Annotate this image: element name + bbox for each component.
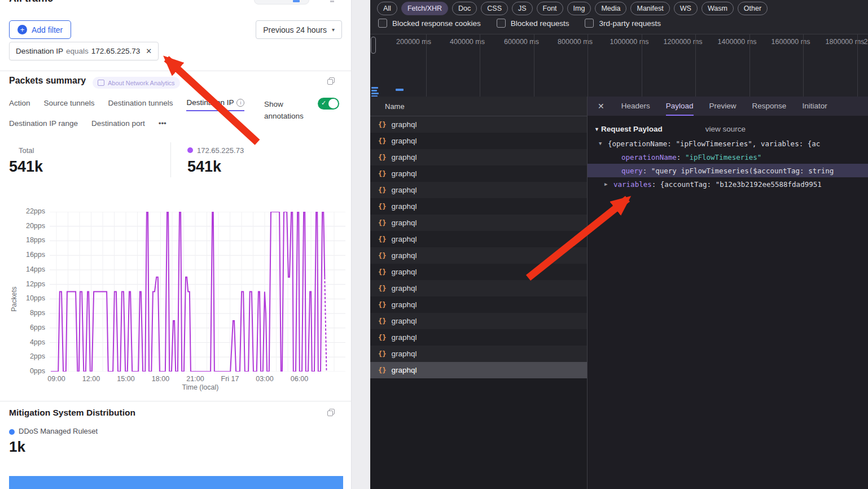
timeline-tick-label: 1800000 ms bbox=[826, 38, 865, 46]
payload-tree-row[interactable]: ▶variables: {accountTag: "b12e3b2192ee55… bbox=[588, 177, 868, 191]
timeline-gridline bbox=[588, 34, 588, 97]
request-row[interactable]: {} graphql bbox=[370, 182, 587, 198]
show-annotations-label: Show annotations bbox=[264, 99, 313, 123]
json-icon: {} bbox=[378, 235, 386, 243]
timeline-gridline bbox=[695, 34, 696, 97]
y-tick-label: 4pps bbox=[11, 338, 45, 346]
legend-dot bbox=[187, 147, 193, 153]
request-row[interactable]: {} graphql bbox=[370, 231, 587, 247]
request-name: graphql bbox=[391, 284, 417, 292]
network-filter-bar: All Fetch/XHR Doc CSS JS Font Img Media … bbox=[370, 0, 868, 34]
checkbox-label: 3rd-party requests bbox=[599, 19, 661, 28]
request-row[interactable]: {} graphql bbox=[370, 198, 587, 215]
summary-tab[interactable]: Destination IP i bbox=[186, 98, 244, 111]
copy-card-icon[interactable] bbox=[327, 409, 335, 416]
detail-tab[interactable]: Response bbox=[752, 97, 787, 116]
summary-tab[interactable]: ••• i bbox=[159, 119, 166, 131]
checkbox-label: Blocked response cookies bbox=[392, 19, 481, 28]
request-detail-panel: ✕ Headers Payload Preview Response Initi… bbox=[588, 97, 868, 489]
request-payload-title: Request Payload bbox=[601, 125, 663, 133]
filter-pill[interactable]: Wasm bbox=[702, 2, 734, 15]
mitigation-legend: DDoS Managed Ruleset bbox=[19, 427, 98, 435]
timeline-tick-label: 1200000 ms bbox=[664, 38, 703, 46]
request-row[interactable]: {} graphql bbox=[370, 165, 587, 182]
timeline-gridline bbox=[426, 34, 427, 97]
json-icon: {} bbox=[378, 301, 386, 309]
filter-pill[interactable]: Fetch/XHR bbox=[401, 2, 448, 15]
request-row[interactable]: {} graphql bbox=[370, 313, 587, 329]
json-icon: {} bbox=[378, 137, 386, 145]
timeline-gridline bbox=[749, 34, 750, 97]
copy-card-icon[interactable] bbox=[327, 77, 335, 85]
request-row[interactable]: {} graphql bbox=[370, 116, 587, 133]
request-row[interactable]: {} graphql bbox=[370, 264, 587, 280]
request-list: Name {} graphql {} graphql {} gr bbox=[370, 97, 587, 489]
filter-pill[interactable]: Manifest bbox=[630, 2, 669, 15]
book-icon bbox=[98, 80, 104, 86]
payload-tree: ▼{operationName: "ipFlowTimeseries", var… bbox=[588, 137, 868, 191]
filter-checkbox[interactable]: Blocked requests bbox=[497, 19, 569, 28]
detail-tab[interactable]: Payload bbox=[666, 97, 694, 116]
remove-filter-icon[interactable]: ✕ bbox=[146, 47, 152, 55]
filter-pill[interactable]: Img bbox=[567, 2, 591, 15]
card-divider bbox=[0, 71, 351, 71]
summary-tab[interactable]: Destination tunnels i bbox=[108, 98, 173, 111]
summary-tab[interactable]: Source tunnels i bbox=[44, 98, 95, 111]
request-row[interactable]: {} graphql bbox=[370, 329, 587, 346]
mitigation-bar bbox=[9, 476, 343, 489]
show-annotations-toggle[interactable]: ✓ bbox=[318, 98, 339, 110]
request-rows: {} graphql {} graphql {} graphql {} bbox=[370, 116, 587, 378]
filter-checkbox[interactable]: Blocked response cookies bbox=[378, 19, 481, 28]
filter-pill[interactable]: Doc bbox=[452, 2, 477, 15]
detail-tab[interactable]: Headers bbox=[621, 97, 650, 116]
close-icon[interactable]: ✕ bbox=[598, 102, 604, 111]
request-row[interactable]: {} graphql bbox=[370, 149, 587, 165]
filter-operator: equals bbox=[66, 47, 89, 55]
summary-tab[interactable]: Destination port i bbox=[91, 119, 145, 131]
filter-pill[interactable]: All bbox=[377, 2, 397, 15]
payload-tree-row[interactable]: query: "query ipFlowTimeseries($accountT… bbox=[588, 164, 868, 177]
clipped-header-blue-icon bbox=[293, 0, 300, 2]
overview-scroll-thumb[interactable] bbox=[371, 37, 376, 54]
checkbox-icon[interactable] bbox=[497, 19, 506, 28]
detail-tab[interactable]: Preview bbox=[709, 97, 737, 116]
request-row[interactable]: {} graphql bbox=[370, 296, 587, 313]
request-name: graphql bbox=[391, 186, 417, 194]
request-row[interactable]: {} graphql bbox=[370, 280, 587, 296]
checkbox-icon[interactable] bbox=[585, 19, 594, 28]
request-row[interactable]: {} graphql bbox=[370, 346, 587, 362]
network-overview-timeline[interactable]: 200000 ms 400000 ms 600000 ms 800000 ms … bbox=[370, 34, 868, 97]
view-source-link[interactable]: view source bbox=[705, 125, 746, 133]
filter-checkbox[interactable]: 3rd-party requests bbox=[585, 19, 661, 28]
detail-tab[interactable]: Initiator bbox=[802, 97, 827, 116]
detail-tab-list: Headers Payload Preview Response Initiat… bbox=[621, 97, 827, 116]
checkbox-icon[interactable] bbox=[378, 19, 387, 28]
x-tick-label: 15:00 bbox=[117, 375, 134, 383]
badge-label: About Network Analytics bbox=[108, 80, 175, 86]
payload-tree-row[interactable]: operationName: "ipFlowTimeseries" bbox=[588, 150, 868, 164]
collapse-triangle-icon[interactable]: ▼ bbox=[594, 126, 599, 132]
filter-pill[interactable]: Other bbox=[738, 2, 768, 15]
timeline-gridline bbox=[857, 34, 858, 97]
filter-pill[interactable]: WS bbox=[674, 2, 698, 15]
name-column-header[interactable]: Name bbox=[370, 97, 587, 116]
filter-pill[interactable]: JS bbox=[512, 2, 533, 15]
payload-separator: : bbox=[643, 167, 651, 175]
timeline-gridline bbox=[642, 34, 642, 97]
payload-tree-row[interactable]: ▼{operationName: "ipFlowTimeseries", var… bbox=[588, 137, 868, 150]
devtools-network-panel: All Fetch/XHR Doc CSS JS Font Img Media … bbox=[370, 0, 868, 489]
request-name: graphql bbox=[391, 300, 417, 309]
request-row[interactable]: {} graphql bbox=[370, 247, 587, 264]
tree-arrow-icon[interactable]: ▼ bbox=[599, 141, 608, 146]
request-row[interactable]: {} graphql bbox=[370, 133, 587, 149]
request-row[interactable]: {} graphql bbox=[370, 362, 587, 378]
filter-pill[interactable]: CSS bbox=[481, 2, 508, 15]
about-network-analytics-badge[interactable]: About Network Analytics bbox=[93, 77, 180, 89]
checkbox-label: Blocked requests bbox=[511, 19, 569, 28]
filter-pill[interactable]: Font bbox=[537, 2, 563, 15]
request-row[interactable]: {} graphql bbox=[370, 215, 587, 231]
filter-pill[interactable]: Media bbox=[595, 2, 626, 15]
y-tick-label: 18pps bbox=[11, 236, 45, 244]
time-range-dropdown[interactable]: Previous 24 hours ▾ bbox=[256, 20, 342, 39]
tree-arrow-icon[interactable]: ▶ bbox=[604, 181, 613, 187]
